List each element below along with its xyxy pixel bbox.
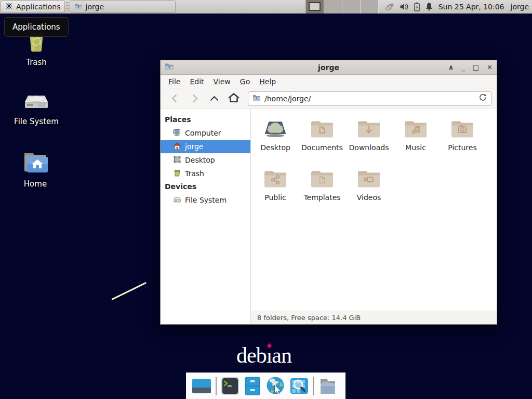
top-panel: Applications jorge (0, 0, 532, 14)
folder-desktop[interactable]: Desktop (252, 116, 299, 166)
menu-file[interactable]: File (164, 76, 185, 87)
templates-folder-icon (310, 166, 335, 191)
folder-label: Music (405, 143, 426, 152)
desktop-icon-home[interactable]: Home (7, 151, 64, 189)
applications-menu-button[interactable]: Applications (1, 1, 65, 13)
applications-tooltip: Applications (4, 17, 69, 37)
desktop-icon-home-label: Home (24, 179, 47, 189)
folder-label: Desktop (260, 143, 290, 152)
computer-icon (173, 128, 181, 138)
folder-label: Pictures (448, 143, 476, 152)
workspace-switcher[interactable] (305, 0, 379, 14)
up-button[interactable] (205, 91, 223, 107)
close-button[interactable]: ✕ (487, 64, 493, 71)
music-folder-icon (403, 116, 428, 141)
home-button[interactable] (225, 91, 243, 107)
file-manager-window: jorge ∧ _ □ ✕ File Edit View Go Help (160, 60, 497, 325)
folder-documents[interactable]: Documents (299, 116, 345, 166)
path-text[interactable]: /home/jorge/ (264, 95, 475, 103)
folder-label: Downloads (349, 143, 389, 152)
panel-clock[interactable]: Sun 25 Apr, 10:06 (438, 3, 504, 11)
applications-menu-label: Applications (16, 3, 61, 11)
reload-icon[interactable] (479, 94, 487, 103)
show-desktop-button[interactable] (191, 376, 212, 396)
volume-icon[interactable] (400, 3, 409, 11)
web-browser-launcher[interactable] (265, 376, 286, 396)
workspace-window-miniature (309, 2, 321, 11)
folder-label: Public (264, 193, 286, 202)
debian-logo-prefix: deb (236, 343, 267, 367)
applications-menu-icon (5, 2, 14, 12)
file-manager-launcher[interactable] (244, 376, 261, 396)
sidebar-item-jorge[interactable]: jorge (161, 140, 250, 153)
pictures-folder-icon (450, 116, 475, 141)
stray-line-artifact (111, 282, 147, 300)
window-body: Places Computer (161, 109, 497, 324)
workspace-1[interactable] (306, 0, 324, 14)
debian-logo-suffix: an (272, 343, 291, 367)
window-titlebar[interactable]: jorge ∧ _ □ ✕ (161, 60, 497, 75)
menu-go[interactable]: Go (235, 76, 255, 87)
window-menubar: File Edit View Go Help (161, 75, 497, 88)
sidebar-item-trash[interactable]: Trash (161, 167, 250, 180)
file-grid: Desktop (251, 109, 497, 311)
app-finder-launcher[interactable] (289, 377, 309, 395)
folder-public[interactable]: Public (252, 166, 299, 216)
folder-videos[interactable]: Videos (345, 166, 392, 216)
folder-pictures[interactable]: Pictures (439, 116, 486, 166)
menu-view[interactable]: View (209, 76, 235, 87)
folder-label: Templates (303, 193, 340, 202)
pathbar-folder-icon (252, 94, 261, 103)
folder-music[interactable]: Music (392, 116, 439, 166)
folder-downloads[interactable]: Downloads (345, 116, 392, 166)
public-folder-icon (263, 166, 288, 191)
sidebar-places-header: Places (161, 113, 250, 126)
workspace-3[interactable] (342, 0, 361, 14)
trash-place-icon (173, 169, 181, 179)
sidebar-item-computer-label: Computer (185, 129, 221, 137)
terminal-launcher[interactable] (220, 376, 240, 396)
window-toolbar: /home/jorge/ (161, 88, 497, 109)
forward-button[interactable] (185, 91, 203, 107)
sidebar-item-trash-label: Trash (185, 169, 204, 178)
window-title: jorge (161, 63, 497, 72)
panel-right-group: Sun 25 Apr, 10:06 jorge (305, 0, 532, 14)
videos-folder-icon (356, 166, 381, 191)
workspace-2[interactable] (324, 0, 342, 14)
desktop-icon-trash-label: Trash (26, 58, 47, 67)
battery-icon[interactable] (414, 2, 420, 11)
input-device-icon[interactable] (385, 2, 395, 11)
menu-edit[interactable]: Edit (185, 76, 208, 87)
sidebar-item-filesystem[interactable]: File System (161, 193, 250, 207)
debian-logo: debıan (236, 343, 291, 368)
home-folder-icon (22, 151, 48, 176)
panel-username[interactable]: jorge (511, 3, 529, 11)
location-bar[interactable]: /home/jorge/ (248, 91, 491, 106)
taskbar-window-label: jorge (86, 3, 104, 11)
notifications-bell-icon[interactable] (425, 2, 433, 11)
folder-launcher[interactable] (317, 376, 338, 396)
taskbar-folder-icon (74, 3, 83, 11)
back-button[interactable] (166, 91, 183, 107)
shade-button[interactable]: ∧ (448, 64, 454, 71)
sidebar-item-computer[interactable]: Computer (161, 126, 250, 140)
sidebar-item-desktop[interactable]: Desktop (161, 153, 250, 167)
main-column: Desktop (251, 109, 497, 324)
workspace-4[interactable] (361, 0, 379, 14)
folder-templates[interactable]: Templates (299, 166, 345, 216)
dock-separator (216, 377, 217, 395)
window-controls: ∧ _ □ ✕ (448, 64, 493, 71)
home-place-icon (173, 142, 181, 152)
menu-help[interactable]: Help (255, 76, 281, 87)
downloads-folder-icon (356, 116, 381, 141)
panel-handle[interactable] (66, 2, 69, 11)
desktop-icon-filesystem[interactable]: File System (8, 88, 65, 126)
minimize-button[interactable]: _ (461, 64, 465, 71)
documents-folder-icon (310, 116, 335, 141)
maximize-button[interactable]: □ (473, 64, 479, 71)
taskbar-window-button[interactable]: jorge (70, 1, 176, 13)
desktop-place-icon (173, 155, 181, 165)
sidebar-item-desktop-label: Desktop (185, 156, 215, 164)
desktop-icon-filesystem-label: File System (14, 117, 59, 126)
back-icon (171, 95, 180, 103)
